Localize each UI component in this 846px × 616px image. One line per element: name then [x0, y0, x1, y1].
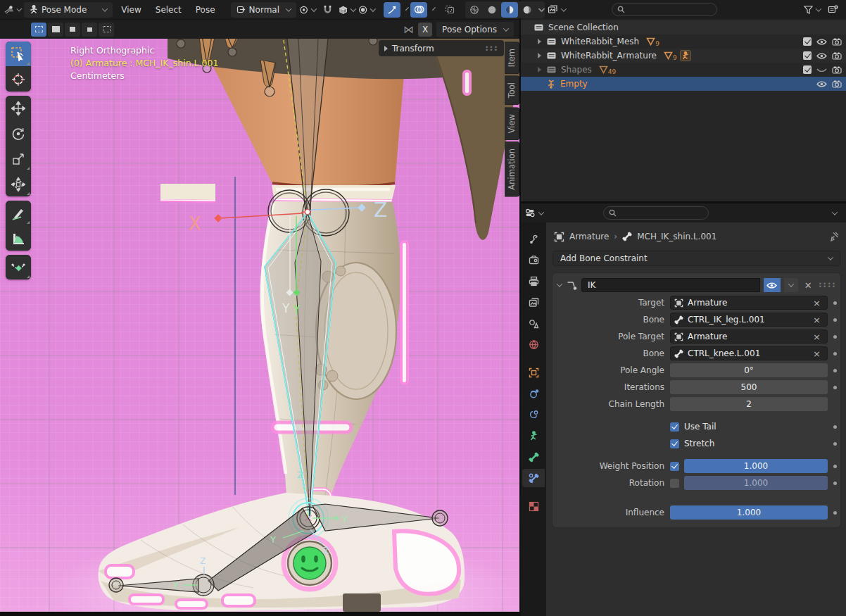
animate-dot[interactable] [833, 442, 837, 446]
pin-icon[interactable] [830, 232, 839, 241]
add-bone-constraint-button[interactable]: Add Bone Constraint [553, 251, 840, 266]
transform-panel-collapsed[interactable]: Transform •••••• [379, 40, 504, 56]
menu-pose[interactable]: Pose [190, 2, 221, 18]
tab-item[interactable]: Item [505, 42, 519, 74]
shading-material-button[interactable] [501, 2, 518, 18]
collapse-arrow-icon[interactable] [557, 281, 562, 287]
stretch-checkbox[interactable] [670, 439, 679, 448]
drag-grip-icon[interactable]: •••••• [485, 46, 498, 51]
weight-position-slider[interactable]: 1.000 [684, 459, 828, 473]
constraint-extras-dropdown[interactable] [784, 278, 798, 292]
drag-grip-icon[interactable]: •••••••• [819, 282, 836, 288]
animate-dot[interactable] [833, 352, 837, 356]
editor-divider[interactable] [0, 612, 519, 616]
move-tool[interactable] [6, 96, 31, 120]
rotate-tool[interactable] [6, 121, 31, 146]
shading-solid-button[interactable] [484, 2, 500, 18]
outliner-row-empty[interactable]: Empty [521, 77, 846, 91]
delete-constraint-button[interactable]: ✕ [802, 281, 815, 290]
iterations-field[interactable]: 500 [670, 380, 828, 394]
menu-select[interactable]: Select [150, 2, 187, 18]
bone-field[interactable]: CTRL_IK_leg.L.001 × [670, 313, 828, 327]
breadcrumb-object[interactable]: Armature [569, 232, 609, 241]
use-tail-checkbox[interactable] [670, 422, 679, 432]
scale-tool[interactable] [6, 146, 31, 171]
animate-dot[interactable] [833, 301, 837, 305]
menu-view[interactable]: View [115, 2, 146, 18]
clear-icon[interactable]: × [810, 315, 823, 325]
camera-icon[interactable] [832, 80, 842, 88]
expand-arrow-icon[interactable] [535, 39, 543, 44]
animate-dot[interactable] [833, 318, 837, 322]
mode-dropdown[interactable]: Pose Mode [24, 2, 113, 18]
select-box-tool[interactable] [6, 42, 31, 66]
pivot-point-dropdown[interactable] [299, 2, 316, 18]
animate-dot[interactable] [833, 386, 837, 389]
pose-mirror-icon[interactable]: ⋈ [403, 23, 414, 36]
rotation-slider[interactable]: 1.000 [684, 476, 828, 490]
influence-slider[interactable]: 1.000 [670, 505, 828, 520]
rotation-checkbox[interactable] [670, 479, 679, 488]
shading-rendered-button[interactable] [519, 2, 536, 18]
tab-object-properties[interactable] [522, 363, 545, 382]
display-mode-dropdown[interactable] [548, 2, 566, 18]
animate-dot[interactable] [833, 369, 837, 372]
xray-toggle[interactable] [441, 2, 458, 18]
tab-texture-properties[interactable] [522, 497, 545, 515]
pose-options-dropdown[interactable]: Pose Options [436, 22, 514, 37]
tab-physics-properties[interactable] [522, 384, 545, 403]
select-invert-button[interactable] [82, 23, 97, 37]
weight-position-checkbox[interactable] [670, 462, 679, 471]
select-intersect-button[interactable] [99, 23, 114, 37]
tab-render-properties[interactable] [522, 251, 545, 269]
pose-breakdowner-tool[interactable] [6, 255, 31, 279]
editor-type-button[interactable] [4, 2, 21, 18]
pole-angle-field[interactable]: 0° [670, 363, 828, 377]
breadcrumb-bone[interactable]: MCH_IK_shin.L.001 [637, 232, 716, 241]
cursor-tool[interactable] [6, 67, 31, 92]
transform-tool[interactable] [6, 172, 31, 196]
viewport-canvas[interactable]: X Z Y Y [0, 39, 519, 616]
tab-world-properties[interactable] [522, 335, 545, 353]
animate-dot[interactable] [833, 335, 837, 339]
tab-tool-properties[interactable] [522, 230, 545, 248]
clear-icon[interactable]: × [810, 349, 823, 358]
pole-target-field[interactable]: Armature × [670, 329, 828, 344]
viewport-scene[interactable]: X Z Y Y [0, 39, 519, 616]
eye-icon[interactable] [816, 52, 827, 60]
camera-icon[interactable] [832, 37, 842, 46]
gizmos-toggle[interactable] [384, 2, 400, 18]
tab-object-constraint-properties[interactable] [522, 406, 545, 424]
outliner-search-input[interactable] [612, 3, 717, 16]
tab-viewlayer-properties[interactable] [522, 293, 545, 311]
eye-closed-icon[interactable] [816, 66, 827, 74]
tab-tool[interactable]: Tool [505, 75, 519, 105]
tab-output-properties[interactable] [522, 272, 545, 290]
eye-icon[interactable] [816, 38, 827, 46]
target-field[interactable]: Armature × [670, 296, 828, 310]
camera-icon[interactable] [832, 51, 842, 60]
select-set-button[interactable] [31, 23, 46, 37]
transform-orientation-dropdown[interactable]: Normal [231, 2, 296, 18]
mirror-x-button[interactable]: X [418, 23, 432, 37]
outliner-row-whiterabbit-mesh[interactable]: WhiteRabbit_Mesh 9 [521, 34, 846, 49]
selectability-checkbox[interactable] [803, 51, 812, 60]
overlays-toggle[interactable] [410, 2, 427, 18]
measure-tool[interactable] [6, 226, 31, 251]
animate-dot[interactable] [833, 425, 837, 429]
tab-object-data-properties[interactable] [522, 427, 545, 445]
expand-arrow-icon[interactable] [535, 67, 543, 73]
tab-bone-properties[interactable] [522, 448, 545, 466]
select-subtract-button[interactable] [65, 23, 80, 37]
animate-dot[interactable] [833, 465, 837, 468]
shading-wireframe-button[interactable] [466, 2, 483, 18]
camera-icon[interactable] [832, 65, 842, 74]
chain-length-field[interactable]: 2 [670, 397, 828, 411]
proportional-editing-dropdown[interactable] [358, 2, 375, 18]
selectability-checkbox[interactable] [803, 37, 812, 46]
outliner-row-scene-collection[interactable]: Scene Collection [521, 20, 846, 34]
new-collection-button[interactable] [825, 2, 842, 18]
constraint-enable-toggle[interactable] [764, 278, 781, 292]
outliner-row-whiterabbit-armature[interactable]: WhiteRabbit_Armature 9 [521, 49, 846, 63]
select-extend-button[interactable] [48, 23, 63, 37]
